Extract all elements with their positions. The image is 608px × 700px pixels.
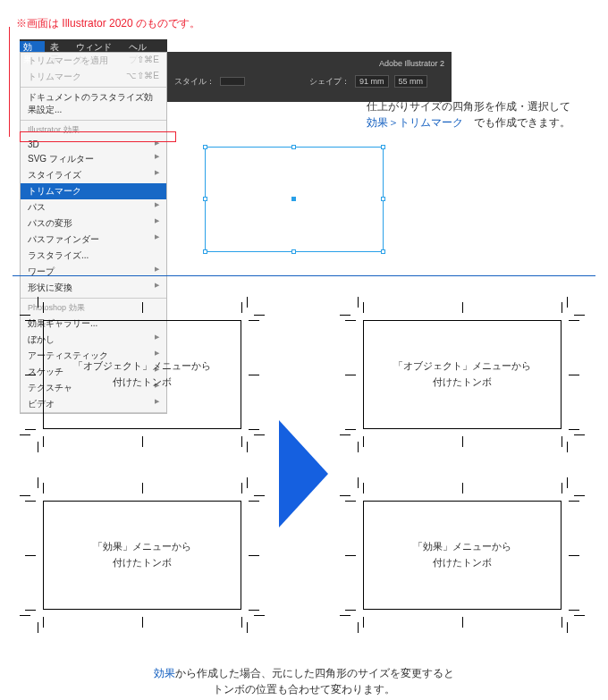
trim-mark <box>569 555 579 556</box>
card-line: 付けたトンボ <box>364 555 561 571</box>
trim-mark <box>142 617 143 628</box>
trim-mark <box>249 375 259 375</box>
menubar-view[interactable]: 表示 <box>50 41 68 52</box>
side-line1: 仕上がりサイズの四角形を作成・選択して <box>367 98 570 114</box>
trim-mark <box>20 495 30 496</box>
menubar-window[interactable]: ウィンドウ <box>76 41 120 52</box>
trim-mark <box>562 617 562 628</box>
trim-mark <box>574 495 585 496</box>
trim-mark <box>345 429 356 430</box>
style-field[interactable] <box>220 77 245 86</box>
trim-mark <box>562 436 562 447</box>
arrow-icon <box>279 420 328 527</box>
trim-mark <box>247 297 248 308</box>
trim-mark <box>562 483 562 493</box>
mi-pathfinder[interactable]: パスファインダー <box>21 232 166 248</box>
trim-mark <box>562 302 562 313</box>
shape-w[interactable]: 91 mm <box>355 75 389 88</box>
trim-mark <box>345 610 356 611</box>
trim-mark <box>363 617 364 628</box>
trim-mark <box>25 555 36 556</box>
card-line: 付けたトンボ <box>44 375 241 391</box>
trim-mark <box>43 302 44 313</box>
card-line: 「オブジェクト」メニューから <box>44 358 241 375</box>
trim-mark <box>363 483 364 493</box>
trim-mark <box>241 483 242 493</box>
trim-mark <box>462 302 463 313</box>
mi-stylize[interactable]: スタイライズ <box>21 167 166 183</box>
handle-ml[interactable] <box>203 197 207 201</box>
trim-mark <box>20 615 30 616</box>
trim-mark <box>567 622 568 633</box>
card-line: 付けたトンボ <box>364 375 561 391</box>
trim-mark <box>254 434 265 435</box>
trim-mark <box>249 555 259 556</box>
trim-mark <box>340 434 350 435</box>
selected-rectangle[interactable] <box>205 147 384 252</box>
trim-mark <box>142 436 143 447</box>
mi-distort[interactable]: パスの変形 <box>21 215 166 232</box>
handle-mr[interactable] <box>381 197 385 201</box>
side-line2-rest: でも作成できます。 <box>463 116 570 129</box>
style-label: スタイル： <box>174 76 215 88</box>
handle-br[interactable] <box>381 249 385 254</box>
handle-tm[interactable] <box>291 145 296 149</box>
trim-mark <box>241 436 242 447</box>
card-effect-before: 「効果」メニューから 付けたトンボ <box>43 501 241 610</box>
card-line: 「効果」メニューから <box>364 539 561 555</box>
trim-mark <box>358 442 359 452</box>
trim-mark <box>249 501 259 502</box>
mi-path[interactable]: パス <box>21 199 166 215</box>
trim-mark <box>25 320 36 321</box>
trim-mark <box>38 477 38 488</box>
menubar: 効果 表示 ウィンドウ ヘルプ <box>20 39 167 52</box>
mi-apply-trim: トリムマークを適用⇧⌘E <box>21 53 166 69</box>
trim-mark <box>43 617 44 628</box>
control-bar: Adobe Illustrator 2 スタイル： シェイプ： 91 mm 55… <box>167 52 452 102</box>
trim-mark <box>569 375 579 375</box>
bottom-note: 効果から作成した場合、元にした四角形のサイズを変更すると トンボの位置も合わせて… <box>0 665 608 697</box>
trim-mark <box>38 442 38 452</box>
card-line: 付けたトンボ <box>44 555 241 571</box>
handle-tr[interactable] <box>381 145 385 149</box>
trim-mark <box>247 442 248 452</box>
card-line: 「効果」メニューから <box>44 539 241 555</box>
trim-mark <box>345 320 356 321</box>
mi-trimmarks[interactable]: トリムマーク <box>21 183 166 199</box>
trim-mark <box>574 434 585 435</box>
trim-mark <box>574 615 585 616</box>
shape-label: シェイプ： <box>309 76 350 88</box>
trim-mark <box>142 302 143 313</box>
lower-diagram: 「オブジェクト」メニューから 付けたトンボ 「効果」メニューから 付けたトンボ … <box>0 286 608 662</box>
trim-mark <box>567 297 568 308</box>
trim-mark <box>574 315 585 316</box>
trim-mark <box>462 617 463 628</box>
card-effect-after: 「効果」メニューから 付けたトンボ <box>363 501 562 610</box>
trim-mark <box>340 315 350 316</box>
card-object-after: 「オブジェクト」メニューから 付けたトンボ <box>363 320 562 429</box>
mi-svg[interactable]: SVG フィルター <box>21 151 166 167</box>
trim-mark <box>20 315 30 316</box>
mi-raster-settings[interactable]: ドキュメントのラスタライズ効果設定... <box>21 89 166 118</box>
trim-mark <box>25 501 36 502</box>
mi-3d[interactable]: 3D <box>21 138 166 151</box>
menubar-help[interactable]: ヘルプ <box>129 41 155 52</box>
card-line: 「オブジェクト」メニューから <box>364 358 561 375</box>
trim-mark <box>340 615 350 616</box>
side-description: 仕上がりサイズの四角形を作成・選択して 効果＞トリムマーク でも作成できます。 <box>367 98 570 131</box>
mi-warp[interactable]: ワープ <box>21 264 166 280</box>
handle-bm[interactable] <box>291 249 296 254</box>
trim-mark <box>247 477 248 488</box>
menubar-effect[interactable]: 効果 <box>20 41 45 52</box>
handle-bl[interactable] <box>203 249 207 254</box>
trim-mark <box>254 495 265 496</box>
mi-rasterize[interactable]: ラスタライズ... <box>21 248 166 264</box>
shape-h[interactable]: 55 mm <box>394 75 428 88</box>
card-object-before: 「オブジェクト」メニューから 付けたトンボ <box>43 320 241 429</box>
trim-mark <box>249 610 259 611</box>
trim-mark <box>43 483 44 493</box>
handle-center[interactable] <box>291 197 296 201</box>
trim-mark <box>462 436 463 447</box>
handle-tl[interactable] <box>203 145 207 149</box>
trim-mark <box>569 610 579 611</box>
